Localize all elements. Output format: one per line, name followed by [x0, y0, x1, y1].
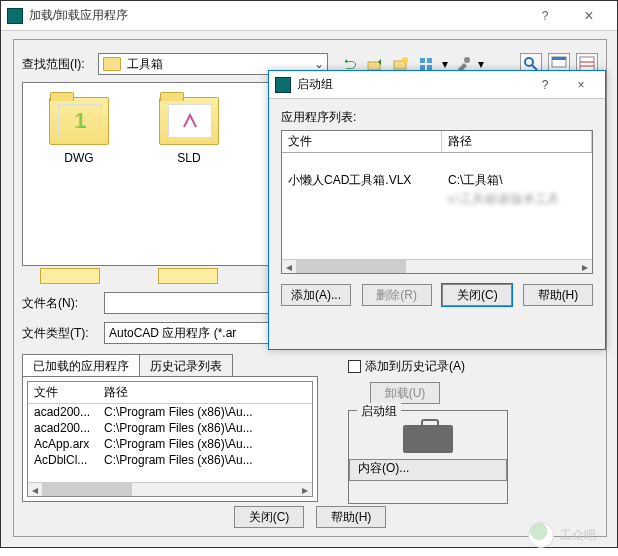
table-row[interactable]: AcApp.arxC:\Program Files (x86)\Au... — [28, 436, 312, 452]
titlebar: 加载/卸载应用程序 ? × — [1, 1, 617, 31]
table-row[interactable]: acad200...C:\Program Files (x86)\Au... — [28, 420, 312, 436]
table-row[interactable] — [282, 155, 592, 171]
filetype-value: AutoCAD 应用程序 (*.ar — [109, 325, 236, 342]
loaded-tabs: 已加载的应用程序 历史记录列表 — [22, 354, 318, 378]
col-path[interactable]: 路径 — [98, 382, 312, 403]
briefcase-icon — [403, 425, 453, 453]
scroll-right-icon[interactable]: ▸ — [578, 260, 592, 273]
startup-group-panel: 启动组 内容(O)... — [348, 410, 508, 504]
lookin-label: 查找范围(I): — [22, 56, 92, 73]
contents-button[interactable]: 内容(O)... — [349, 459, 507, 481]
scroll-left-icon[interactable]: ◂ — [282, 260, 296, 273]
help-window-button[interactable]: ? — [523, 5, 567, 27]
scroll-thumb[interactable] — [42, 483, 132, 496]
col-file[interactable]: 文件 — [282, 131, 442, 152]
loaded-apps-list[interactable]: 文件 路径 acad200...C:\Program Files (x86)\A… — [27, 381, 313, 497]
folder-label: DWG — [43, 151, 115, 165]
close-button[interactable]: 关闭(C) — [234, 506, 304, 528]
checkbox[interactable] — [348, 360, 361, 373]
watermark: 工众吧 — [528, 522, 596, 548]
folder-icon[interactable] — [158, 268, 218, 284]
svg-point-2 — [402, 57, 408, 63]
add-to-history[interactable]: 添加到历史记录(A) — [348, 358, 465, 375]
svg-rect-12 — [580, 57, 594, 71]
filename-row: 文件名(N): — [22, 292, 304, 314]
list-label: 应用程序列表: — [281, 109, 593, 126]
startup-group-dialog: 启动组 ? × 应用程序列表: 文件 路径 小懒人CAD工具箱.VLXC:\工具… — [268, 70, 606, 350]
load-unload-buttons: 卸载(U) — [370, 382, 440, 404]
close-window-button[interactable]: × — [563, 78, 599, 92]
folder-icon[interactable] — [40, 268, 100, 284]
svg-rect-11 — [552, 57, 566, 60]
remove-button[interactable]: 删除(R) — [362, 284, 432, 306]
scroll-thumb[interactable] — [296, 260, 406, 273]
unload-button[interactable]: 卸载(U) — [370, 382, 440, 404]
loaded-apps-panel: 文件 路径 acad200...C:\Program Files (x86)\A… — [22, 376, 318, 502]
horizontal-scrollbar[interactable]: ◂ ▸ — [282, 259, 592, 273]
folder-label: SLD — [153, 151, 225, 165]
dialog-buttons: 关闭(C) 帮助(H) — [14, 506, 606, 528]
help-window-button[interactable]: ? — [527, 78, 563, 92]
horizontal-scrollbar[interactable]: ◂ ▸ — [28, 482, 312, 496]
folder-item-dwg[interactable]: 1 DWG — [43, 97, 115, 165]
table-row[interactable]: v.\工具箱\新版本工具 — [282, 190, 592, 209]
close-button[interactable]: 关闭(C) — [442, 284, 512, 306]
folder-icon — [103, 57, 121, 71]
folder-thumb-icon: 1 — [58, 104, 102, 138]
app-list[interactable]: 文件 路径 小懒人CAD工具箱.VLXC:\工具箱\ v.\工具箱\新版本工具 … — [281, 130, 593, 274]
scroll-right-icon[interactable]: ▸ — [298, 483, 312, 497]
app-icon — [7, 8, 23, 24]
app-icon — [275, 77, 291, 93]
tab-loaded[interactable]: 已加载的应用程序 — [22, 354, 140, 378]
svg-point-7 — [464, 57, 470, 63]
table-row[interactable]: 小懒人CAD工具箱.VLXC:\工具箱\ — [282, 171, 592, 190]
watermark-text: 工众吧 — [560, 527, 596, 544]
filename-label: 文件名(N): — [22, 295, 94, 312]
titlebar: 启动组 ? × — [269, 71, 605, 99]
svg-point-8 — [525, 58, 533, 66]
folder-item-sld[interactable]: SLD — [153, 97, 225, 165]
add-history-label: 添加到历史记录(A) — [365, 358, 465, 375]
column-headers: 文件 路径 — [28, 382, 312, 404]
table-row[interactable]: AcDblCl...C:\Program Files (x86)\Au... — [28, 452, 312, 468]
column-headers: 文件 路径 — [282, 131, 592, 153]
svg-rect-4 — [427, 58, 432, 63]
chevron-down-icon: ⌄ — [311, 57, 327, 71]
close-window-button[interactable]: × — [567, 5, 611, 27]
table-row[interactable] — [282, 153, 592, 155]
filetype-row: 文件类型(T): AutoCAD 应用程序 (*.ar ⌄ — [22, 322, 304, 344]
help-button[interactable]: 帮助(H) — [523, 284, 593, 306]
tools-dropdown-icon[interactable]: ▾ — [478, 57, 484, 71]
col-file[interactable]: 文件 — [28, 382, 98, 403]
window-title: 启动组 — [297, 76, 527, 93]
watermark-icon — [528, 522, 554, 548]
col-path[interactable]: 路径 — [442, 131, 592, 152]
dialog-body: 应用程序列表: 文件 路径 小懒人CAD工具箱.VLXC:\工具箱\ v.\工具… — [269, 99, 605, 316]
startup-group-label: 启动组 — [357, 403, 401, 420]
svg-rect-0 — [368, 62, 380, 70]
add-button[interactable]: 添加(A)... — [281, 284, 351, 306]
table-row[interactable]: acad200...C:\Program Files (x86)\Au... — [28, 404, 312, 420]
folder-thumb-icon — [168, 104, 212, 138]
window-title: 加载/卸载应用程序 — [29, 7, 523, 24]
tab-history[interactable]: 历史记录列表 — [139, 354, 233, 378]
dialog-buttons: 添加(A)... 删除(R) 关闭(C) 帮助(H) — [281, 284, 593, 306]
help-button[interactable]: 帮助(H) — [316, 506, 386, 528]
svg-rect-3 — [420, 58, 425, 63]
views-dropdown-icon[interactable]: ▾ — [442, 57, 448, 71]
scroll-left-icon[interactable]: ◂ — [28, 483, 42, 497]
filetype-label: 文件类型(T): — [22, 325, 94, 342]
